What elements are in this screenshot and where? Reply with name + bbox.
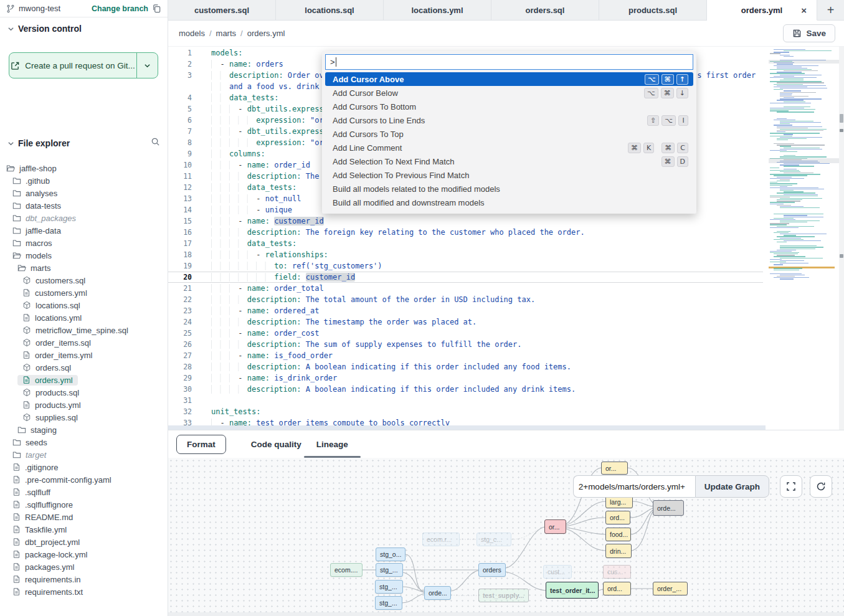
file-tree-item-orders.sql[interactable]: orders.sql bbox=[0, 361, 168, 374]
file-tree-item-jaffle-data[interactable]: jaffle-data bbox=[0, 224, 168, 237]
code-line[interactable]: 19 to: ref('stg_customers') bbox=[168, 260, 763, 272]
file-tree-item-marts[interactable]: marts bbox=[0, 262, 168, 274]
tab-locations.sql[interactable]: locations.sql bbox=[276, 0, 384, 20]
lineage-node-drin[interactable]: drin... bbox=[605, 544, 632, 558]
breadcrumb-models[interactable]: models bbox=[179, 29, 205, 38]
file-tree-item-dbt_packages[interactable]: dbt_packages bbox=[0, 212, 168, 224]
file-tree-item-dbt_project.yml[interactable]: dbt_project.yml bbox=[0, 536, 168, 548]
version-control-header[interactable]: Version control bbox=[7, 24, 82, 34]
file-search-icon[interactable] bbox=[151, 137, 160, 146]
file-explorer-header[interactable]: File explorer bbox=[7, 138, 70, 148]
file-tree-item-staging[interactable]: staging bbox=[0, 424, 168, 436]
palette-item-add-selection-to-previous-find-match[interactable]: Add Selection To Previous Find Match bbox=[325, 168, 693, 182]
palette-item-build-all-models-related-to-the-modified-models[interactable]: Build all models related to the modified… bbox=[325, 182, 693, 196]
file-tree-item-.sqlfluff[interactable]: .sqlfluff bbox=[0, 486, 168, 498]
command-palette-input[interactable]: > bbox=[325, 54, 693, 70]
file-tree-item-Taskfile.yml[interactable]: Taskfile.yml bbox=[0, 523, 168, 536]
code-line[interactable]: 30 description: A boolean indicating if … bbox=[168, 384, 763, 395]
tab-locations.yml[interactable]: locations.yml bbox=[384, 0, 491, 20]
tab-orders.sql[interactable]: orders.sql bbox=[491, 0, 599, 20]
code-line[interactable]: 22 description: The total amount of the … bbox=[168, 294, 763, 305]
file-tree-item-models[interactable]: models bbox=[0, 249, 168, 262]
palette-item-add-cursor-below[interactable]: Add Cursor Below⌥⌘↓ bbox=[325, 86, 693, 100]
lineage-node-order_[interactable]: order_... bbox=[653, 582, 688, 595]
code-line[interactable]: 16 description: The foreign key relating… bbox=[168, 227, 763, 238]
bottom-tab-code-quality[interactable]: Code quality bbox=[244, 432, 309, 457]
file-tree-item-.gitignore[interactable]: .gitignore bbox=[0, 461, 168, 473]
lineage-node-orders[interactable]: orders bbox=[478, 563, 506, 577]
format-button[interactable]: Format bbox=[176, 435, 226, 454]
code-line[interactable]: 26 description: The sum of supply expens… bbox=[168, 339, 763, 350]
palette-item-add-cursor-above[interactable]: Add Cursor Above⌥⌘↑ bbox=[325, 72, 693, 86]
file-tree-item-orders.yml[interactable]: orders.yml bbox=[0, 374, 168, 386]
palette-item-add-cursors-to-line-ends[interactable]: Add Cursors to Line Ends⇧⌥I bbox=[325, 113, 693, 127]
file-tree-item-.sqlfluffignore[interactable]: .sqlfluffignore bbox=[0, 498, 168, 511]
close-tab-icon[interactable]: × bbox=[801, 6, 807, 15]
palette-item-build-all-modified-and-downstream-models[interactable]: Build all modified and downstream models bbox=[325, 196, 693, 209]
file-tree-item-README.md[interactable]: README.md bbox=[0, 511, 168, 523]
palette-item-add-line-comment[interactable]: Add Line Comment⌘K⌘C bbox=[325, 141, 693, 154]
lineage-node-test_order_it[interactable]: test_order_it... bbox=[546, 582, 599, 599]
file-tree-item-locations.sql[interactable]: locations.sql bbox=[0, 299, 168, 311]
file-tree-item-data-tests[interactable]: data-tests bbox=[0, 199, 168, 212]
lineage-panel[interactable]: or...larg...ord...food...drin...orde...o… bbox=[168, 458, 844, 616]
code-line[interactable]: 17 data_tests: bbox=[168, 238, 763, 249]
fullscreen-button[interactable] bbox=[780, 475, 802, 498]
file-tree-item-locations.yml[interactable]: locations.yml bbox=[0, 311, 168, 324]
update-graph-button[interactable]: Update Graph bbox=[695, 475, 769, 498]
lineage-node-stg_o[interactable]: stg_o... bbox=[376, 547, 405, 561]
code-line[interactable]: 25 - name: order_cost bbox=[168, 328, 763, 339]
file-tree-item-target[interactable]: target bbox=[0, 448, 168, 461]
lineage-node-ecom[interactable]: ecom.... bbox=[330, 563, 363, 577]
palette-item-add-cursors-to-top[interactable]: Add Cursors To Top bbox=[325, 127, 693, 141]
code-line[interactable]: 15 - name: customer_id bbox=[168, 216, 763, 227]
editor-scrollbar[interactable] bbox=[839, 47, 844, 430]
code-line[interactable]: 29 - name: is_drink_order bbox=[168, 372, 763, 384]
pr-button-caret[interactable] bbox=[136, 53, 158, 78]
change-branch-link[interactable]: Change branch bbox=[92, 4, 148, 13]
bottom-tab-lineage[interactable]: Lineage bbox=[309, 432, 356, 457]
file-tree-item-seeds[interactable]: seeds bbox=[0, 436, 168, 448]
file-tree-item-package-lock.yml[interactable]: package-lock.yml bbox=[0, 548, 168, 561]
file-tree-item-.github[interactable]: .github bbox=[0, 174, 168, 187]
code-line[interactable]: 24 description: The timestamp the order … bbox=[168, 316, 763, 328]
lineage-node-or[interactable]: or... bbox=[544, 519, 566, 534]
file-tree-item-jaffle-shop[interactable]: jaffle-shop bbox=[0, 162, 168, 174]
lineage-node-stg_[interactable]: stg_... bbox=[376, 563, 403, 577]
file-tree-item-analyses[interactable]: analyses bbox=[0, 187, 168, 199]
minimap[interactable] bbox=[769, 47, 839, 285]
file-tree-item-order_items.sql[interactable]: order_items.sql bbox=[0, 336, 168, 349]
file-tree-item-requirements.in[interactable]: requirements.in bbox=[0, 573, 168, 585]
lineage-node-orde[interactable]: orde... bbox=[653, 500, 684, 516]
tab-products.sql[interactable]: products.sql bbox=[599, 0, 707, 20]
code-line[interactable]: 18 - relationships: bbox=[168, 249, 763, 260]
palette-item-add-selection-to-next-find-match[interactable]: Add Selection To Next Find Match⌘D bbox=[325, 154, 693, 168]
editor-hscrollbar[interactable] bbox=[168, 425, 766, 430]
file-tree-item-.pre-commit-config.yaml[interactable]: .pre-commit-config.yaml bbox=[0, 473, 168, 486]
lineage-node-ord[interactable]: ord... bbox=[603, 582, 631, 595]
save-button[interactable]: Save bbox=[783, 24, 835, 42]
breadcrumb-marts[interactable]: marts bbox=[216, 29, 237, 38]
new-tab-button[interactable]: + bbox=[817, 0, 844, 20]
lineage-node-test_supply[interactable]: test_supply... bbox=[478, 589, 529, 602]
copy-icon[interactable] bbox=[152, 4, 161, 13]
code-line[interactable]: 21 - name: order_total bbox=[168, 283, 763, 294]
create-pull-request-button[interactable]: Create a pull request on Git... bbox=[9, 52, 158, 78]
file-tree-item-order_items.yml[interactable]: order_items.yml bbox=[0, 349, 168, 361]
refresh-button[interactable] bbox=[810, 475, 832, 498]
lineage-node-or[interactable]: or... bbox=[601, 462, 628, 475]
file-tree-item-packages.yml[interactable]: packages.yml bbox=[0, 561, 168, 573]
lineage-node-stg_[interactable]: stg_... bbox=[375, 580, 403, 594]
file-tree-item-customers.yml[interactable]: customers.yml bbox=[0, 287, 168, 299]
tab-customers.sql[interactable]: customers.sql bbox=[168, 0, 276, 20]
lineage-node-ord[interactable]: ord... bbox=[605, 511, 630, 524]
code-line[interactable]: 28 description: A boolean indicating if … bbox=[168, 361, 763, 372]
file-tree-item-metricflow_time_spine.sql[interactable]: metricflow_time_spine.sql bbox=[0, 324, 168, 336]
file-tree-item-macros[interactable]: macros bbox=[0, 237, 168, 249]
lineage-node-cust[interactable]: cust... bbox=[543, 565, 572, 579]
lineage-node-food[interactable]: food... bbox=[605, 528, 631, 541]
lineage-selector-input[interactable] bbox=[573, 475, 695, 498]
lineage-node-ecomr[interactable]: ecom.r... bbox=[422, 533, 460, 546]
file-tree-item-supplies.sql[interactable]: supplies.sql bbox=[0, 411, 168, 424]
lineage-node-stg_c[interactable]: stg_c... bbox=[477, 533, 511, 546]
